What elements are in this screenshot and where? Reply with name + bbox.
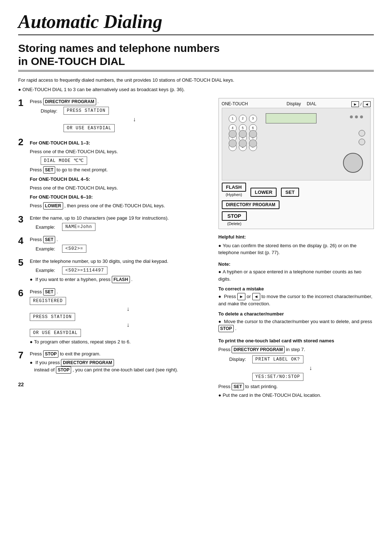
lower-key-2[interactable]: LOWER <box>43 202 63 209</box>
to-correct-before: Press <box>224 294 236 299</box>
to-correct-section: To correct a mistake Press ► or ◄ to mov… <box>219 286 374 307</box>
ot-key-1 <box>229 130 237 138</box>
step-2-display-box: DIAL MODE ℃℃ <box>41 156 87 165</box>
step-1-display-label: Display: <box>41 108 61 114</box>
print-text-before: Press <box>219 347 230 352</box>
to-correct-title: To correct a mistake <box>219 286 374 292</box>
step-7-bullet1-mid: instead of <box>34 367 54 372</box>
step-1: 1 Press DIRECTORY PROGRAM . Display: PRE… <box>18 98 208 134</box>
left-arrow-key[interactable]: ◄ <box>252 293 260 300</box>
flash-key-5[interactable]: FLASH <box>112 276 130 283</box>
key-3: 3 <box>249 115 257 123</box>
print-display-2: YES:SET/NO:STOP <box>252 373 303 381</box>
small-indicator-dots <box>350 115 363 118</box>
step-5-display-box: <S02>=1114497 <box>62 266 107 274</box>
step-2-sub3-before: Press <box>30 203 42 208</box>
set-key-2[interactable]: SET <box>43 166 55 174</box>
print-section: To print the one-touch label card with s… <box>219 337 374 399</box>
lower-key-label[interactable]: LOWER <box>250 188 277 197</box>
step-5-bullet-before: If you want to enter a hyphen, press <box>35 277 110 282</box>
helpful-hint-section: Helpful hint: You can confirm the stored… <box>219 233 374 256</box>
step-6-display-1: REGISTERED <box>30 297 66 305</box>
step-1-number: 1 <box>18 97 30 109</box>
step-4-text-before: Press <box>30 237 42 242</box>
step-1-text-before: Press <box>30 99 42 104</box>
step-3-display-box: NAME=John <box>62 223 95 231</box>
step-1-display-wrap: Display: PRESS STATION <box>41 107 208 115</box>
flash-key-label[interactable]: FLASH <box>222 183 246 192</box>
stop-key-7[interactable]: STOP <box>43 350 58 358</box>
stop-key-delete[interactable]: STOP <box>219 325 234 332</box>
step-5-bullet-after: . <box>131 277 132 282</box>
key-row-labels: FLASH (Hyphen) LOWER SET <box>222 183 371 197</box>
print-title: To print the one-touch label card with s… <box>219 337 374 345</box>
stop-key-label[interactable]: STOP <box>222 211 247 221</box>
step-3-example: Example: NAME=John <box>36 223 208 231</box>
set-key-label[interactable]: SET <box>281 188 299 197</box>
step-1-arrow: ↓ <box>61 116 208 123</box>
step-5-example-label: Example: <box>36 268 59 273</box>
ot-key-2 <box>239 130 247 138</box>
step-6-display-sequence: REGISTERED ↓ PRESS STATION ↓ OR USE EASY… <box>30 297 208 337</box>
step-5-text: Enter the telephone number, up to 30 dig… <box>30 258 208 265</box>
step-2-display: DIAL MODE ℃℃ <box>41 156 208 165</box>
stop-key-7b[interactable]: STOP <box>56 366 71 374</box>
one-touch-label: ONE-TOUCH <box>222 101 248 107</box>
intro-text-1: For rapid access to frequently dialed nu… <box>18 77 374 84</box>
step-1-display-box-1: PRESS STATION <box>64 107 109 115</box>
dial-label-device: DIAL <box>307 101 317 107</box>
dir-program-key-7[interactable]: DIRECTORY PROGRAM <box>61 359 114 366</box>
page-number: 22 <box>18 382 208 387</box>
step-2-content: For ONE-TOUCH DIAL 1–3: Press one of the… <box>30 137 208 211</box>
step-2-number: 2 <box>18 137 30 148</box>
set-key-print[interactable]: SET <box>232 383 244 390</box>
helpful-hint-title: Helpful hint: <box>219 233 374 241</box>
to-delete-text-after: . <box>235 326 237 331</box>
step-3-example-label: Example: <box>36 224 59 230</box>
step-3: 3 Enter the name, up to 10 characters (s… <box>18 215 208 233</box>
step-3-text: Enter the name, up to 10 characters (see… <box>30 215 208 222</box>
step-2-subhead-1: For ONE-TOUCH DIAL 1–3: <box>30 139 208 147</box>
step-5-example: Example: <S02>=1114497 <box>36 266 208 274</box>
step-6-arrow-2: ↓ <box>48 322 208 328</box>
step-6-number: 6 <box>18 288 30 299</box>
set-key-group: SET <box>281 188 299 197</box>
dial-wheel <box>343 153 363 173</box>
step-4-text-after: . <box>57 237 58 242</box>
step-4-content: Press SET . Example: <S02>= <box>30 236 208 254</box>
right-arrow-key[interactable]: ► <box>237 293 245 300</box>
dot-2 <box>355 115 358 118</box>
nav-right-btn[interactable]: ► <box>351 101 359 107</box>
flash-sub-label: (Hyphen) <box>226 192 242 197</box>
stop-key-group: STOP (Delete) <box>222 211 247 226</box>
step-5-content: Enter the telephone number, up to 30 dig… <box>30 258 208 285</box>
step-5: 5 Enter the telephone number, up to 30 d… <box>18 258 208 285</box>
step-4-example: Example: <S02>= <box>36 245 208 253</box>
step-2-press-before: Press <box>30 167 42 172</box>
dot-3 <box>360 115 363 118</box>
step-2: 2 For ONE-TOUCH DIAL 1–3: Press one of t… <box>18 137 208 211</box>
dir-program-btn-label[interactable]: DIRECTORY PROGRAM <box>222 200 280 209</box>
lower-key-group: LOWER <box>250 188 277 197</box>
dir-program-print-key[interactable]: DIRECTORY PROGRAM <box>232 346 285 353</box>
step-2-subtext-1: Press one of the ONE-TOUCH DIAL keys. <box>30 148 208 155</box>
step-2-subhead-3: For ONE-TOUCH DIAL 6–10: <box>30 194 208 201</box>
set-key-4[interactable]: SET <box>43 236 55 243</box>
step-6-text-before: Press <box>30 289 42 294</box>
to-delete-text-before: Move the cursor to the character/number … <box>224 319 372 324</box>
step-4-display-box: <S02>= <box>62 245 86 253</box>
set-key-6[interactable]: SET <box>43 288 55 296</box>
step-7: 7 Press STOP to exit the program. If you… <box>18 350 208 375</box>
print-arrow: ↓ <box>248 365 374 371</box>
step-6: 6 Press SET . REGISTERED ↓ PRESS STATION… <box>18 288 208 347</box>
step-2-subhead-2: For ONE-TOUCH DIAL 4–5: <box>30 176 208 183</box>
side-buttons <box>359 130 365 145</box>
directory-program-key-1[interactable]: DIRECTORY PROGRAM <box>43 98 96 105</box>
step-6-display-2: PRESS STATION <box>30 313 75 321</box>
step-6-content: Press SET . REGISTERED ↓ PRESS STATION ↓… <box>30 288 208 347</box>
step-5-number: 5 <box>18 257 30 268</box>
ot-key-4 <box>229 139 237 147</box>
nav-left-btn[interactable]: ◄ <box>363 101 371 107</box>
note-bullet-1: A hyphen or a space entered in a telepho… <box>219 268 374 282</box>
page-title: Automatic Dialing <box>18 11 374 35</box>
